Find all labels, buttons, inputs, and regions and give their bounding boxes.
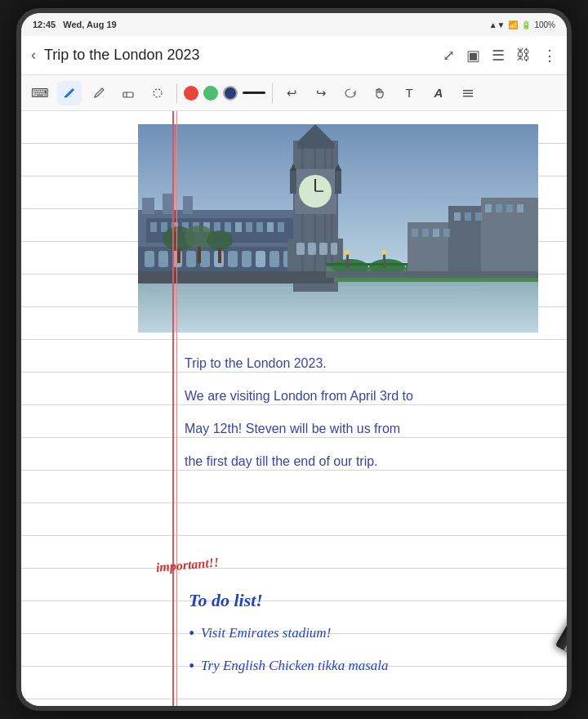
svg-rect-24 xyxy=(235,222,242,232)
status-time: 12:45 xyxy=(33,20,56,29)
svg-rect-56 xyxy=(335,169,341,194)
svg-rect-33 xyxy=(186,251,196,267)
attach-icon[interactable]: ⛓ xyxy=(516,47,531,64)
page-title: Trip to the London 2023 xyxy=(44,47,434,64)
svg-rect-70 xyxy=(346,253,349,268)
svg-rect-54 xyxy=(290,169,296,194)
toolbar-separator-2 xyxy=(272,83,273,103)
svg-rect-17 xyxy=(161,222,167,232)
svg-rect-98 xyxy=(198,247,201,263)
svg-rect-86 xyxy=(443,229,450,237)
list-tool[interactable] xyxy=(456,81,480,105)
svg-rect-36 xyxy=(228,251,238,267)
redo-button[interactable]: ↪ xyxy=(309,81,333,105)
svg-rect-89 xyxy=(475,212,482,221)
red-margin-line xyxy=(172,111,174,706)
menu-icon[interactable]: ☰ xyxy=(492,47,505,65)
note-title-text: Trip to the London 2023. xyxy=(185,356,327,371)
hand-tool[interactable] xyxy=(368,81,392,105)
svg-rect-27 xyxy=(267,222,274,232)
svg-rect-87 xyxy=(454,212,461,221)
todo-item-text-2: Try English Chicken tikka masala xyxy=(201,658,388,674)
battery-percent: 100% xyxy=(534,20,555,29)
note-line-3: the first day till the end of our trip. xyxy=(185,445,550,478)
svg-rect-100 xyxy=(138,271,334,284)
svg-rect-37 xyxy=(242,251,252,267)
svg-point-76 xyxy=(381,250,386,255)
shape-tool[interactable] xyxy=(145,81,170,105)
svg-rect-28 xyxy=(278,222,284,232)
eraser-tool[interactable] xyxy=(116,81,140,105)
color-navy[interactable] xyxy=(223,86,238,100)
svg-rect-0 xyxy=(123,92,133,97)
note-line-1: We are visiting London from April 3rd to xyxy=(185,380,550,413)
svg-rect-58 xyxy=(297,142,334,149)
svg-rect-92 xyxy=(506,204,513,212)
svg-rect-30 xyxy=(145,251,154,267)
undo-button[interactable]: ↩ xyxy=(279,81,304,105)
volume-button[interactable] xyxy=(568,176,572,226)
important-text: important!! xyxy=(155,555,220,575)
back-button[interactable]: ‹ xyxy=(31,47,36,64)
title-bar-icons: ⤢ ▣ ☰ ⛓ ⋮ xyxy=(443,47,557,65)
note-body-text-2: May 12th! Steven will be with us from xyxy=(185,422,400,436)
svg-rect-25 xyxy=(246,222,252,232)
svg-rect-93 xyxy=(517,204,523,212)
svg-point-96 xyxy=(207,230,233,250)
red-margin-line-2 xyxy=(176,111,177,706)
color-red[interactable] xyxy=(184,86,198,100)
svg-rect-61 xyxy=(319,243,327,255)
toolbar-separator-1 xyxy=(176,83,177,103)
note-area[interactable]: Trip to the London 2023. We are visiting… xyxy=(21,111,567,706)
handwritten-section: important!! To do list! • Visit Emirates… xyxy=(21,552,567,682)
status-time-date: 12:45 Wed, Aug 19 xyxy=(33,20,117,29)
svg-rect-71 xyxy=(383,253,385,268)
svg-rect-2 xyxy=(463,90,473,92)
note-typed-text: Trip to the London 2023. We are visiting… xyxy=(21,347,567,543)
todo-item-1: • Visit Emirates stadium! xyxy=(189,617,550,650)
keyboard-tool[interactable]: ⌨ xyxy=(28,81,52,105)
more-icon[interactable]: ⋮ xyxy=(542,47,557,65)
line-thickness[interactable] xyxy=(243,92,265,94)
status-bar: 12:45 Wed, Aug 19 ▲▼ 📶 🔋 100% xyxy=(21,13,567,36)
svg-rect-4 xyxy=(463,96,473,97)
lasso-tool[interactable] xyxy=(338,81,363,105)
color-green[interactable] xyxy=(203,86,218,100)
expand-icon[interactable]: ⤢ xyxy=(443,47,455,65)
lined-paper: Trip to the London 2023. We are visiting… xyxy=(21,111,567,706)
tablet-screen: 12:45 Wed, Aug 19 ▲▼ 📶 🔋 100% ‹ Trip to … xyxy=(21,13,567,706)
svg-rect-85 xyxy=(433,229,439,237)
toolbar: ⌨ xyxy=(21,75,567,111)
svg-rect-14 xyxy=(183,196,193,214)
svg-rect-26 xyxy=(256,222,263,232)
svg-rect-88 xyxy=(465,212,471,221)
style-tool[interactable]: A xyxy=(426,81,451,105)
todo-item-text-1: Visit Emirates stadium! xyxy=(201,625,331,641)
bullet-2: • xyxy=(189,657,194,676)
svg-rect-16 xyxy=(150,222,157,232)
svg-rect-23 xyxy=(225,222,231,232)
note-body-text-3: the first day till the end of our trip. xyxy=(185,454,378,469)
svg-rect-83 xyxy=(412,229,418,237)
columns-icon[interactable]: ▣ xyxy=(466,47,480,65)
svg-rect-91 xyxy=(496,204,502,212)
svg-rect-12 xyxy=(142,198,154,214)
svg-point-1 xyxy=(154,89,162,97)
note-line-title: Trip to the London 2023. xyxy=(185,347,550,380)
svg-rect-38 xyxy=(256,251,265,267)
svg-rect-60 xyxy=(308,243,316,255)
svg-point-75 xyxy=(345,250,350,255)
tablet-device: 12:45 Wed, Aug 19 ▲▼ 📶 🔋 100% ‹ Trip to … xyxy=(16,8,572,711)
svg-rect-9 xyxy=(171,296,457,297)
bullet-1: • xyxy=(189,624,194,643)
status-icons: ▲▼ 📶 🔋 100% xyxy=(489,20,555,29)
svg-rect-84 xyxy=(422,229,429,237)
svg-rect-59 xyxy=(296,243,305,255)
pen-tool[interactable] xyxy=(57,81,82,105)
note-line-2: May 12th! Steven will be with us from xyxy=(185,413,550,445)
pencil-tool[interactable] xyxy=(87,81,111,105)
svg-rect-34 xyxy=(200,251,210,267)
title-bar: ‹ Trip to the London 2023 ⤢ ▣ ☰ ⛓ ⋮ xyxy=(21,36,567,75)
wifi-icon: 📶 xyxy=(508,20,518,29)
text-tool[interactable]: T xyxy=(397,81,421,105)
